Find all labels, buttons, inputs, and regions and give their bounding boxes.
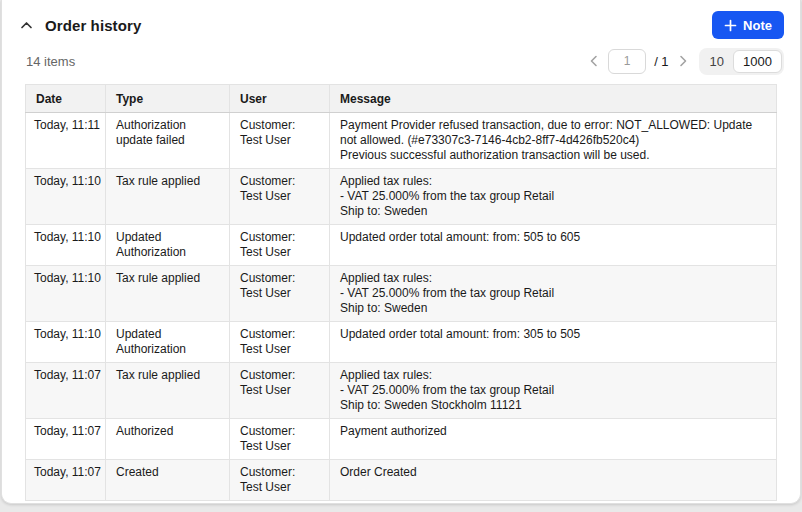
- items-count: 14 items: [26, 54, 75, 69]
- table-row: Today, 11:10 Updated Authorization Custo…: [26, 225, 777, 266]
- column-header-type: Type: [106, 85, 230, 113]
- chevron-left-icon: [590, 55, 598, 67]
- page-title: Order history: [45, 17, 141, 34]
- page-number-input[interactable]: [608, 49, 646, 74]
- column-header-message: Message: [330, 85, 777, 113]
- cell-date: Today, 11:10: [26, 225, 106, 266]
- page-size-option-10[interactable]: 10: [701, 50, 733, 73]
- column-header-date: Date: [26, 85, 106, 113]
- cell-user: Customer: Test User: [230, 363, 330, 419]
- table-row: Today, 11:07 Tax rule applied Customer: …: [26, 363, 777, 419]
- cell-date: Today, 11:10: [26, 322, 106, 363]
- cell-message: Updated order total amount: from: 505 to…: [330, 225, 777, 266]
- cell-type: Created: [106, 460, 230, 501]
- cell-user: Customer: Test User: [230, 460, 330, 501]
- toolbar: 14 items / 1: [2, 48, 800, 74]
- chevron-right-icon: [679, 55, 687, 67]
- cell-message: Applied tax rules: - VAT 25.000% from th…: [330, 169, 777, 225]
- order-history-table: Date Type User Message Today, 11:11 Auth…: [25, 84, 777, 501]
- plus-icon: [724, 19, 737, 32]
- cell-date: Today, 11:07: [26, 460, 106, 501]
- cell-message: Payment authorized: [330, 419, 777, 460]
- cell-user: Customer: Test User: [230, 322, 330, 363]
- cell-type: Tax rule applied: [106, 169, 230, 225]
- cell-message: Updated order total amount: from: 305 to…: [330, 322, 777, 363]
- total-pages-label: / 1: [654, 54, 668, 69]
- table-header-row: Date Type User Message: [26, 85, 777, 113]
- cell-message: Applied tax rules: - VAT 25.000% from th…: [330, 363, 777, 419]
- cell-user: Customer: Test User: [230, 419, 330, 460]
- cell-user: Customer: Test User: [230, 225, 330, 266]
- pagination: / 1: [588, 49, 688, 74]
- cell-type: Tax rule applied: [106, 363, 230, 419]
- cell-type: Authorized: [106, 419, 230, 460]
- cell-message: Applied tax rules: - VAT 25.000% from th…: [330, 266, 777, 322]
- cell-date: Today, 11:07: [26, 419, 106, 460]
- page-size-option-1000[interactable]: 1000: [733, 50, 782, 73]
- cell-date: Today, 11:10: [26, 266, 106, 322]
- cell-type: Tax rule applied: [106, 266, 230, 322]
- table-row: Today, 11:07 Authorized Customer: Test U…: [26, 419, 777, 460]
- table-row: Today, 11:10 Tax rule applied Customer: …: [26, 169, 777, 225]
- table-row: Today, 11:07 Created Customer: Test User…: [26, 460, 777, 501]
- table-row: Today, 11:10 Updated Authorization Custo…: [26, 322, 777, 363]
- cell-type: Authorization update failed: [106, 113, 230, 169]
- cell-date: Today, 11:10: [26, 169, 106, 225]
- table-row: Today, 11:11 Authorization update failed…: [26, 113, 777, 169]
- collapse-panel-button[interactable]: [18, 19, 35, 32]
- cell-message: Order Created: [330, 460, 777, 501]
- panel-header: Order history Note: [2, 0, 800, 40]
- cell-type: Updated Authorization: [106, 225, 230, 266]
- cell-user: Customer: Test User: [230, 169, 330, 225]
- next-page-button[interactable]: [677, 53, 689, 69]
- cell-user: Customer: Test User: [230, 113, 330, 169]
- cell-user: Customer: Test User: [230, 266, 330, 322]
- cell-date: Today, 11:11: [26, 113, 106, 169]
- chevron-up-icon: [20, 21, 33, 30]
- order-history-panel: Order history Note 14 items: [1, 0, 801, 504]
- cell-type: Updated Authorization: [106, 322, 230, 363]
- cell-message: Payment Provider refused transaction, du…: [330, 113, 777, 169]
- column-header-user: User: [230, 85, 330, 113]
- add-note-button[interactable]: Note: [712, 11, 784, 39]
- cell-date: Today, 11:07: [26, 363, 106, 419]
- previous-page-button[interactable]: [588, 53, 600, 69]
- table-row: Today, 11:10 Tax rule applied Customer: …: [26, 266, 777, 322]
- add-note-button-label: Note: [743, 18, 772, 33]
- order-history-table-container: Date Type User Message Today, 11:11 Auth…: [25, 84, 777, 501]
- page-size-selector: 10 1000: [699, 48, 784, 75]
